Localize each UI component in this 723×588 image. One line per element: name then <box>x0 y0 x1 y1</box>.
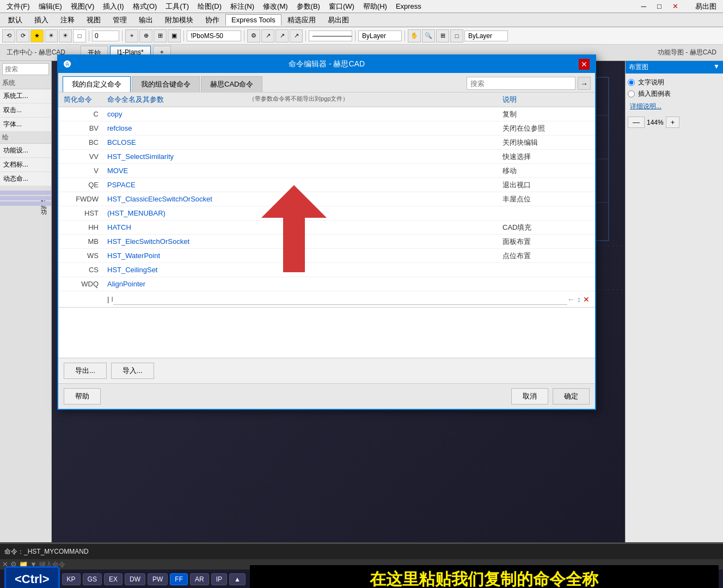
help-button[interactable]: 帮助 <box>64 388 101 405</box>
modal-close-button[interactable]: ✕ <box>579 59 590 70</box>
row-cmd-12[interactable]: AlignPointer <box>107 280 249 288</box>
cancel-button[interactable]: 取消 <box>511 388 548 405</box>
table-row[interactable]: VV HST_SelectSimilarity 快速选择 <box>58 150 595 164</box>
action-move-icon[interactable]: ↕ <box>577 295 581 304</box>
row-abbr-10: WS <box>64 252 107 260</box>
table-row[interactable]: MB HST_ElecSwitchOrSocket 面板布置 <box>58 235 595 249</box>
import-button[interactable]: 导入... <box>111 363 154 379</box>
action-left-icon[interactable]: ← <box>567 295 575 304</box>
row-abbr-0: C <box>64 110 107 118</box>
row-desc-6: 丰屋点位 <box>503 194 590 204</box>
row-abbr-8: HH <box>64 223 107 231</box>
modal-search-go-button[interactable]: → <box>578 77 591 90</box>
modal-dialog: 🅐 命令编辑器 - 赫思CAD ✕ 我的自定义命令 我的组合键命令 赫思CAD命… <box>57 54 596 410</box>
row-desc-4: 移动 <box>503 166 590 176</box>
row-abbr-1: BV <box>64 124 107 132</box>
table-row[interactable]: QE PSPACE 退出视口 <box>58 178 595 192</box>
row-cmd-0[interactable]: copy <box>107 110 249 118</box>
modal-title-icon: 🅐 <box>64 60 71 69</box>
row-desc-9: 面板布置 <box>503 237 590 247</box>
row-cmd-11[interactable]: HST_CeilingSet <box>107 266 249 274</box>
modal-text-input[interactable] <box>113 294 567 305</box>
col-header-abbr: 简化命令 <box>64 95 107 105</box>
export-button[interactable]: 导出... <box>64 363 107 379</box>
modal-body: C copy 复制 BV refclose 关闭在位参照 BC BCLOSE 关… <box>58 107 595 358</box>
row-cmd-1[interactable]: refclose <box>107 124 249 132</box>
row-abbr-6: FWDW <box>64 195 107 203</box>
modal-overlay: 🅐 命令编辑器 - 赫思CAD ✕ 我的自定义命令 我的组合键命令 赫思CAD命… <box>0 0 723 588</box>
row-cmd-5[interactable]: PSPACE <box>107 181 249 189</box>
ok-button[interactable]: 确定 <box>553 388 590 405</box>
modal-tabs-row: 我的自定义命令 我的组合键命令 赫思CAD命令 → <box>58 73 595 93</box>
table-row[interactable]: FWDW HST_ClassicElecSwitchOrSocket 丰屋点位 <box>58 192 595 206</box>
row-abbr-11: CS <box>64 266 107 274</box>
row-desc-0: 复制 <box>503 109 590 119</box>
modal-footer-top: 导出... 导入... <box>58 358 595 383</box>
modal-table-header: 简化命令 命令全名及其参数 （带参数命令将不能导出到pgp文件） 说明 <box>58 93 595 107</box>
row-abbr-12: WDQ <box>64 280 107 288</box>
input-action-icons: ← ↕ ✕ <box>567 295 590 304</box>
row-cmd-10[interactable]: HST_WaterPoint <box>107 252 249 260</box>
row-cmd-4[interactable]: MOVE <box>107 167 249 175</box>
row-desc-8: CAD填充 <box>503 223 590 232</box>
modal-footer-bottom: 帮助 取消 确定 <box>58 383 595 409</box>
row-cmd-2[interactable]: BCLOSE <box>107 138 249 146</box>
row-abbr-4: V <box>64 167 107 175</box>
table-row[interactable]: HST (HST_MENUBAR) <box>58 206 595 220</box>
row-desc-5: 退出视口 <box>503 180 590 190</box>
row-cmd-6[interactable]: HST_ClassicElecSwitchOrSocket <box>107 195 249 203</box>
row-desc-10: 点位布置 <box>503 251 590 261</box>
table-row[interactable]: BV refclose 关闭在位参照 <box>58 121 595 136</box>
table-row[interactable]: WS HST_WaterPoint 点位布置 <box>58 249 595 263</box>
row-cmd-9[interactable]: HST_ElecSwitchOrSocket <box>107 237 249 246</box>
row-desc-3: 快速选择 <box>503 152 590 162</box>
input-row-content: | I <box>107 294 567 305</box>
modal-tab-hotkey[interactable]: 我的组合键命令 <box>132 76 200 92</box>
row-abbr-7: HST <box>64 209 107 217</box>
row-desc-2: 关闭块编辑 <box>503 138 590 148</box>
row-abbr-3: VV <box>64 152 107 161</box>
table-row[interactable]: HH HATCH CAD填充 <box>58 220 595 235</box>
col-header-desc: 说明 <box>503 95 590 105</box>
table-row[interactable]: BC BCLOSE 关闭块编辑 <box>58 136 595 150</box>
modal-tab-custom[interactable]: 我的自定义命令 <box>63 76 131 92</box>
modal-tabs: 我的自定义命令 我的组合键命令 赫思CAD命令 <box>63 76 262 92</box>
modal-title-text: 命令编辑器 - 赫思CAD <box>289 59 365 69</box>
action-delete-icon[interactable]: ✕ <box>583 295 590 304</box>
modal-search-input[interactable] <box>467 77 575 90</box>
row-abbr-5: QE <box>64 181 107 189</box>
row-abbr-9: MB <box>64 237 107 246</box>
row-cmd-3[interactable]: HST_SelectSimilarity <box>107 152 249 161</box>
table-row[interactable]: CS HST_CeilingSet <box>58 263 595 277</box>
modal-input-row: | I ← ↕ ✕ <box>58 291 595 308</box>
row-cmd-8[interactable]: HATCH <box>107 223 249 231</box>
cursor-icon: | <box>107 295 109 303</box>
table-row[interactable]: C copy 复制 <box>58 107 595 121</box>
modal-tab-hstsad[interactable]: 赫思CAD命令 <box>201 76 262 92</box>
row-abbr-2: BC <box>64 138 107 146</box>
modal-titlebar: 🅐 命令编辑器 - 赫思CAD ✕ <box>58 56 595 73</box>
row-desc-1: 关闭在位参照 <box>503 124 590 133</box>
table-row[interactable]: V MOVE 移动 <box>58 164 595 178</box>
col-header-cmd: 命令全名及其参数 <box>107 95 249 105</box>
table-row[interactable]: WDQ AlignPointer <box>58 277 595 291</box>
col-header-hint: （带参数命令将不能导出到pgp文件） <box>249 95 503 105</box>
modal-search-row: → <box>467 77 591 92</box>
row-cmd-7[interactable]: (HST_MENUBAR) <box>107 209 249 217</box>
